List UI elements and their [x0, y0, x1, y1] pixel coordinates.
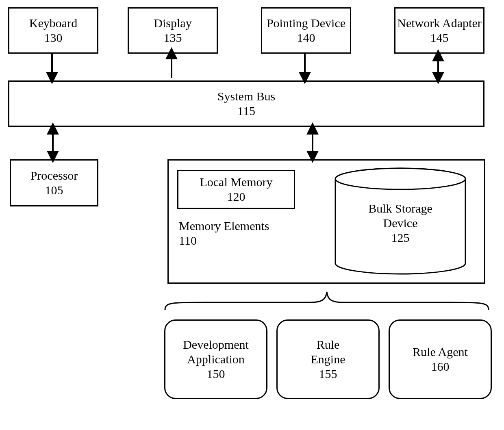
engine-num: 155: [319, 367, 337, 381]
rule-agent-box: Rule Agent 160: [389, 319, 492, 399]
agent-label: Rule Agent: [413, 345, 468, 359]
dev-line2: Application: [187, 352, 245, 367]
bulk-num: 125: [333, 230, 467, 245]
keyboard-box: Keyboard 130: [8, 7, 98, 54]
local-memory-label: Local Memory: [200, 175, 272, 189]
dev-app-box: Development Application 150: [164, 319, 267, 399]
local-memory-box: Local Memory 120: [177, 170, 295, 209]
system-bus-label: System Bus: [217, 89, 276, 104]
keyboard-num: 130: [44, 30, 63, 45]
network-num: 145: [430, 30, 449, 45]
bulk-storage-label-group: Bulk Storage Device 125: [333, 201, 467, 245]
network-box: Network Adapter 145: [394, 7, 484, 54]
display-box: Display 135: [128, 7, 218, 54]
bulk-line1: Bulk Storage: [333, 201, 467, 216]
display-num: 135: [164, 30, 182, 45]
memory-elements-label: Memory Elements 110: [179, 219, 269, 248]
svg-point-1: [335, 168, 465, 189]
display-label: Display: [154, 16, 191, 30]
system-bus-num: 115: [237, 104, 255, 118]
system-bus-box: System Bus 115: [8, 80, 484, 127]
agent-num: 160: [431, 359, 450, 374]
engine-line1: Rule: [317, 337, 340, 352]
local-memory-num: 120: [227, 189, 245, 204]
processor-label: Processor: [30, 168, 78, 183]
dev-num: 150: [207, 367, 225, 381]
pointing-label: Pointing Device: [267, 16, 345, 30]
pointing-box: Pointing Device 140: [261, 7, 351, 54]
network-label: Network Adapter: [397, 16, 481, 30]
rule-engine-box: Rule Engine 155: [276, 319, 380, 399]
keyboard-label: Keyboard: [29, 16, 77, 30]
processor-num: 105: [45, 183, 63, 198]
bulk-line2: Device: [333, 216, 467, 230]
processor-box: Processor 105: [10, 159, 98, 206]
pointing-num: 140: [297, 30, 315, 45]
brace-icon: [164, 290, 489, 311]
engine-line2: Engine: [311, 352, 345, 367]
dev-line1: Development: [183, 337, 249, 352]
